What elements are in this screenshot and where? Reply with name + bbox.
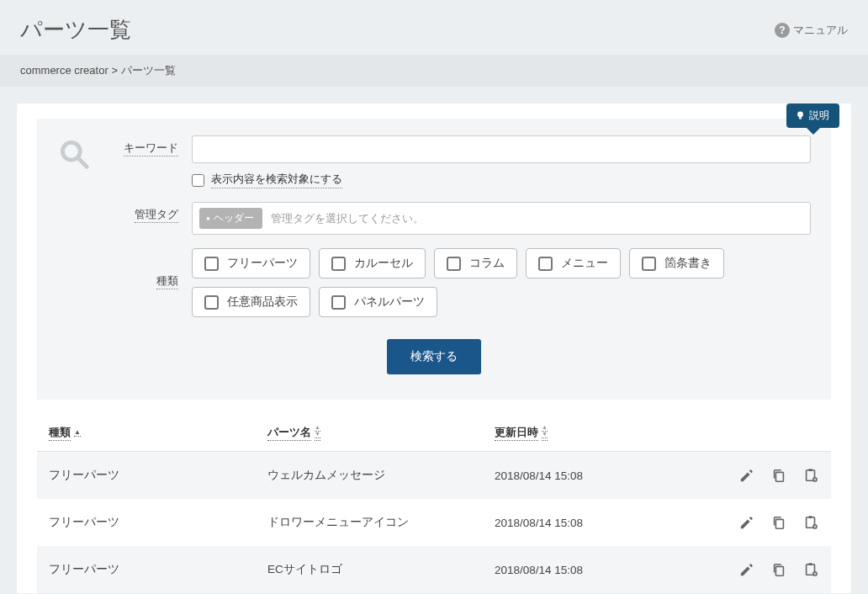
chevron-down-icon [807, 128, 820, 135]
clipboard-icon [803, 562, 818, 577]
type-chip[interactable]: コラム [434, 248, 517, 278]
type-options: フリーパーツ カルーセル コラム メニュー 箇条書き 任意商品表示 パネルパーツ [192, 248, 811, 317]
page-header: パーツ一覧 ? マニュアル [0, 0, 868, 55]
cell-type: フリーパーツ [49, 468, 267, 483]
cell-date: 2018/08/14 15:08 [495, 469, 710, 482]
copy-button[interactable] [770, 514, 787, 531]
tag-select[interactable]: ヘッダー 管理タグを選択してください。 [192, 202, 811, 235]
table-body: フリーパーツ ウェルカムメッセージ 2018/08/14 15:08 フリーパー… [37, 452, 831, 593]
copy-icon [771, 562, 786, 577]
help-badge-label: 説明 [809, 109, 829, 123]
type-chip[interactable]: カルーセル [319, 248, 426, 278]
tag-label: 管理タグ [135, 208, 178, 223]
checkbox-icon [204, 257, 219, 271]
table-row: フリーパーツ ウェルカムメッセージ 2018/08/14 15:08 [37, 452, 831, 499]
search-panel: キーワード 表示内容を検索対象にする 管理タグ ヘッダー 管理タグを選択してくだ… [37, 119, 831, 400]
search-button[interactable]: 検索する [387, 339, 481, 374]
pencil-icon [739, 515, 754, 530]
type-chip[interactable]: 任意商品表示 [192, 287, 310, 317]
clipboard-button[interactable] [802, 514, 819, 531]
page-title: パーツ一覧 [20, 15, 131, 45]
breadcrumb-root[interactable]: commerce creator [20, 64, 108, 77]
manual-label: マニュアル [793, 23, 848, 38]
svg-rect-8 [775, 519, 783, 528]
type-label: 種類 [156, 274, 178, 289]
checkbox-icon [331, 295, 346, 310]
tag-chip-header[interactable]: ヘッダー [199, 208, 262, 229]
cell-date: 2018/08/14 15:08 [495, 517, 710, 529]
sort-icon: ▲▼ [315, 425, 320, 441]
clipboard-icon [803, 468, 818, 483]
svg-rect-14 [808, 563, 812, 565]
checkbox-icon [204, 295, 219, 310]
lightbulb-icon [795, 110, 806, 121]
svg-point-0 [797, 111, 803, 117]
edit-button[interactable] [738, 514, 755, 531]
cell-name[interactable]: ウェルカムメッセージ [267, 468, 495, 483]
svg-rect-10 [808, 516, 812, 518]
edit-button[interactable] [738, 467, 755, 484]
keyword-input[interactable] [192, 135, 811, 163]
type-chip[interactable]: パネルパーツ [319, 287, 437, 317]
checkbox-icon [447, 257, 461, 271]
copy-button[interactable] [770, 467, 787, 484]
checkbox-icon [538, 257, 553, 271]
cell-type: フリーパーツ [49, 515, 267, 530]
include-content-checkbox[interactable] [192, 174, 204, 187]
copy-icon [771, 515, 786, 530]
search-icon [57, 137, 91, 171]
include-content-label[interactable]: 表示内容を検索対象にする [211, 172, 342, 188]
copy-icon [771, 468, 786, 483]
sort-icon: ▲▼ [542, 425, 548, 441]
svg-rect-1 [799, 117, 802, 119]
manual-link[interactable]: ? マニュアル [775, 23, 848, 38]
type-chip[interactable]: フリーパーツ [192, 248, 310, 278]
tag-placeholder: 管理タグを選択してください。 [271, 211, 424, 226]
type-chip[interactable]: 箇条書き [629, 248, 724, 278]
breadcrumb-sep: > [111, 64, 120, 77]
keyword-label: キーワード [124, 141, 178, 156]
checkbox-icon [642, 257, 656, 271]
breadcrumb: commerce creator > パーツ一覧 [0, 55, 868, 87]
copy-button[interactable] [770, 561, 787, 578]
edit-button[interactable] [738, 561, 755, 578]
pencil-icon [739, 562, 754, 577]
svg-line-3 [78, 158, 87, 167]
help-icon: ? [775, 23, 790, 38]
clipboard-icon [803, 515, 818, 530]
col-header-type[interactable]: 種類▲ [49, 425, 267, 441]
col-header-name[interactable]: パーツ名▲▼ [267, 425, 495, 441]
cell-name[interactable]: ドロワーメニューアイコン [267, 515, 495, 530]
help-badge[interactable]: 説明 [786, 103, 839, 128]
type-chip[interactable]: メニュー [526, 248, 621, 278]
cell-type: フリーパーツ [49, 562, 267, 577]
checkbox-icon [331, 257, 346, 271]
table-header: 種類▲ パーツ名▲▼ 更新日時▲▼ [37, 415, 831, 452]
svg-rect-6 [808, 469, 812, 471]
sort-asc-icon: ▲ [74, 430, 81, 437]
pencil-icon [739, 468, 754, 483]
cell-name[interactable]: ECサイトロゴ [267, 562, 495, 577]
table-row: フリーパーツ ECサイトロゴ 2018/08/14 15:08 [37, 546, 831, 593]
col-header-date[interactable]: 更新日時▲▼ [495, 425, 710, 441]
cell-date: 2018/08/14 15:08 [495, 564, 710, 576]
clipboard-button[interactable] [802, 467, 819, 484]
clipboard-button[interactable] [802, 561, 819, 578]
svg-rect-12 [775, 566, 783, 575]
table-row: フリーパーツ ドロワーメニューアイコン 2018/08/14 15:08 [37, 499, 831, 546]
content-card: 説明 キーワード 表示内容を検索対象にする [17, 103, 851, 593]
breadcrumb-current: パーツ一覧 [121, 64, 176, 77]
svg-rect-4 [775, 472, 783, 481]
